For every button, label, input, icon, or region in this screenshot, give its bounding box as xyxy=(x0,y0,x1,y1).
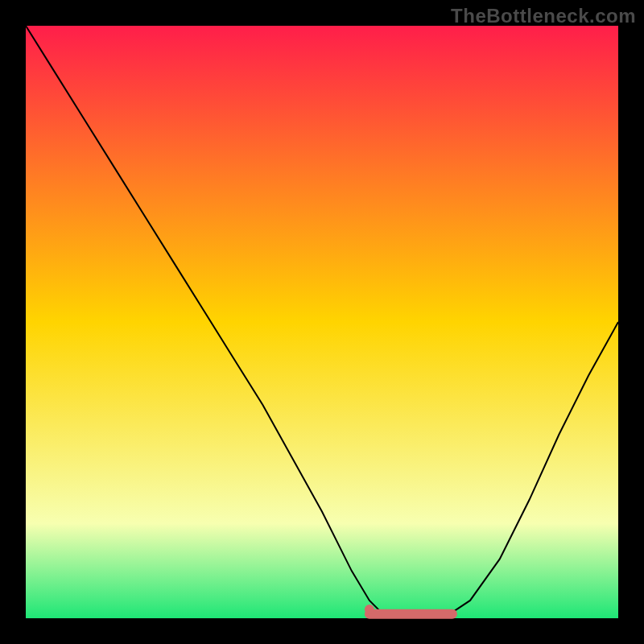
watermark-text: TheBottleneck.com xyxy=(451,5,636,27)
chart-frame: TheBottleneck.com xyxy=(0,0,644,644)
chart-plot-area xyxy=(26,26,618,618)
chart-svg xyxy=(0,0,644,644)
marker-dot xyxy=(365,605,374,614)
